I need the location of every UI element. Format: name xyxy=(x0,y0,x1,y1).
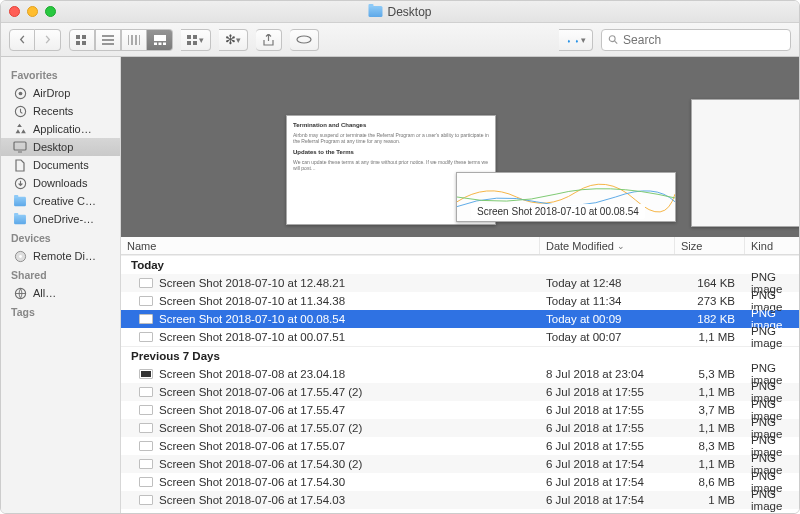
sidebar-item-label: Creative C… xyxy=(33,195,96,207)
file-name: Screen Shot 2018-07-10 at 00.08.54 xyxy=(159,313,345,325)
thumbnail[interactable] xyxy=(691,99,799,227)
sidebar-item-creativec[interactable]: Creative C… xyxy=(1,192,120,210)
file-icon xyxy=(139,423,153,433)
back-button[interactable] xyxy=(9,29,35,51)
forward-button[interactable] xyxy=(35,29,61,51)
view-buttons xyxy=(69,29,173,51)
window-title: Desktop xyxy=(368,5,431,19)
sidebar-item-recents[interactable]: Recents xyxy=(1,102,120,120)
minimize-button[interactable] xyxy=(27,6,38,17)
col-size-header[interactable]: Size xyxy=(675,237,745,254)
zoom-button[interactable] xyxy=(45,6,56,17)
file-size: 1 MB xyxy=(675,494,745,506)
close-button[interactable] xyxy=(9,6,20,17)
file-row[interactable]: Screen Shot 2018-07-10 at 12.48.21Today … xyxy=(121,274,799,292)
tags-button[interactable] xyxy=(290,29,319,51)
view-list-button[interactable] xyxy=(95,29,121,51)
file-icon xyxy=(139,495,153,505)
file-row[interactable]: Screen Shot 2018-07-08 at 23.04.188 Jul … xyxy=(121,365,799,383)
file-row[interactable]: Screen Shot 2018-07-10 at 00.07.51Today … xyxy=(121,328,799,346)
file-name: Screen Shot 2018-07-10 at 00.07.51 xyxy=(159,331,345,343)
file-row[interactable]: Screen Shot 2018-07-06 at 17.54.30 (2)6 … xyxy=(121,455,799,473)
file-date: 6 Jul 2018 at 17:55 xyxy=(540,440,675,452)
apps-icon xyxy=(13,123,27,135)
search-input[interactable] xyxy=(623,33,784,47)
file-icon xyxy=(139,477,153,487)
file-kind: PNG image xyxy=(745,325,799,349)
file-row[interactable]: Screen Shot 2018-07-06 at 17.55.476 Jul … xyxy=(121,401,799,419)
col-name-header[interactable]: Name xyxy=(121,237,540,254)
file-row[interactable]: Screen Shot 2018-07-06 at 17.55.47 (2)6 … xyxy=(121,383,799,401)
share-button[interactable] xyxy=(256,29,282,51)
file-icon xyxy=(139,369,153,379)
sidebar-item-remotedi[interactable]: Remote Di… xyxy=(1,247,120,265)
file-name: Screen Shot 2018-07-06 at 17.54.30 (2) xyxy=(159,458,362,470)
sidebar-item-downloads[interactable]: Downloads xyxy=(1,174,120,192)
view-gallery-button[interactable] xyxy=(147,29,173,51)
file-size: 1,1 MB xyxy=(675,386,745,398)
sidebar-item-all[interactable]: All… xyxy=(1,284,120,302)
folder-icon xyxy=(13,195,27,207)
file-icon xyxy=(139,314,153,324)
file-name: Screen Shot 2018-07-06 at 17.55.07 (2) xyxy=(159,422,362,434)
sidebar-item-onedrive[interactable]: OneDrive-… xyxy=(1,210,120,228)
sidebar-item-label: OneDrive-… xyxy=(33,213,94,225)
sidebar-item-label: Recents xyxy=(33,105,73,117)
file-icon xyxy=(139,387,153,397)
dropbox-button[interactable]: ⬪⬪▾ xyxy=(559,29,593,51)
svg-rect-10 xyxy=(187,41,191,45)
file-name: Screen Shot 2018-07-06 at 17.55.07 xyxy=(159,440,345,452)
sidebar-item-documents[interactable]: Documents xyxy=(1,156,120,174)
file-row[interactable]: Screen Shot 2018-07-06 at 17.55.07 (2)6 … xyxy=(121,419,799,437)
file-row[interactable]: Screen Shot 2018-07-10 at 11.34.38Today … xyxy=(121,292,799,310)
file-date: 6 Jul 2018 at 17:55 xyxy=(540,404,675,416)
nav-buttons xyxy=(9,29,61,51)
sort-desc-icon: ⌄ xyxy=(617,241,625,251)
documents-icon xyxy=(13,159,27,171)
file-icon xyxy=(139,441,153,451)
main-panel: Termination and Changes Airbnb may suspe… xyxy=(121,57,799,513)
folder-icon xyxy=(368,6,382,17)
action-button[interactable]: ✻▾ xyxy=(219,29,248,51)
sidebar-item-label: Remote Di… xyxy=(33,250,96,262)
file-icon xyxy=(139,332,153,342)
file-row[interactable]: Screen Shot 2018-07-06 at 17.54.036 Jul … xyxy=(121,491,799,509)
folder-icon xyxy=(13,213,27,225)
file-row[interactable]: Screen Shot 2018-07-06 at 17.54.306 Jul … xyxy=(121,473,799,491)
file-size: 164 KB xyxy=(675,277,745,289)
col-date-header[interactable]: Date Modified ⌄ xyxy=(540,237,675,254)
gallery-preview: Termination and Changes Airbnb may suspe… xyxy=(121,57,799,237)
sidebar-item-desktop[interactable]: Desktop xyxy=(1,138,120,156)
file-name: Screen Shot 2018-07-10 at 11.34.38 xyxy=(159,295,345,307)
svg-point-13 xyxy=(609,36,615,42)
file-name: Screen Shot 2018-07-06 at 17.54.30 xyxy=(159,476,345,488)
file-date: Today at 11:34 xyxy=(540,295,675,307)
file-date: 6 Jul 2018 at 17:55 xyxy=(540,386,675,398)
svg-point-12 xyxy=(297,36,311,43)
file-date: 6 Jul 2018 at 17:54 xyxy=(540,458,675,470)
view-icon-button[interactable] xyxy=(69,29,95,51)
file-list: Name Date Modified ⌄ Size Kind TodayScre… xyxy=(121,237,799,513)
search-field[interactable] xyxy=(601,29,791,51)
svg-rect-3 xyxy=(82,41,86,45)
svg-rect-11 xyxy=(193,41,197,45)
col-kind-header[interactable]: Kind xyxy=(745,237,799,254)
svg-rect-5 xyxy=(154,42,157,45)
file-name: Screen Shot 2018-07-06 at 17.55.47 (2) xyxy=(159,386,362,398)
window-controls xyxy=(9,6,56,17)
sidebar-item-airdrop[interactable]: AirDrop xyxy=(1,84,120,102)
file-name: Screen Shot 2018-07-06 at 17.54.03 xyxy=(159,494,345,506)
file-size: 8,3 MB xyxy=(675,440,745,452)
file-date: 8 Jul 2018 at 23:04 xyxy=(540,368,675,380)
view-column-button[interactable] xyxy=(121,29,147,51)
sidebar-item-applicatio[interactable]: Applicatio… xyxy=(1,120,120,138)
svg-rect-4 xyxy=(154,35,166,41)
sidebar-item-label: All… xyxy=(33,287,56,299)
file-row[interactable]: Screen Shot 2018-07-10 at 00.08.54Today … xyxy=(121,310,799,328)
globe-icon xyxy=(13,287,27,299)
svg-rect-2 xyxy=(76,41,80,45)
arrange-button[interactable]: ▾ xyxy=(181,29,211,51)
preview-filename: Screen Shot 2018-07-10 at 00.08.54 xyxy=(471,204,645,219)
svg-rect-7 xyxy=(163,42,166,45)
file-row[interactable]: Screen Shot 2018-07-06 at 17.55.076 Jul … xyxy=(121,437,799,455)
